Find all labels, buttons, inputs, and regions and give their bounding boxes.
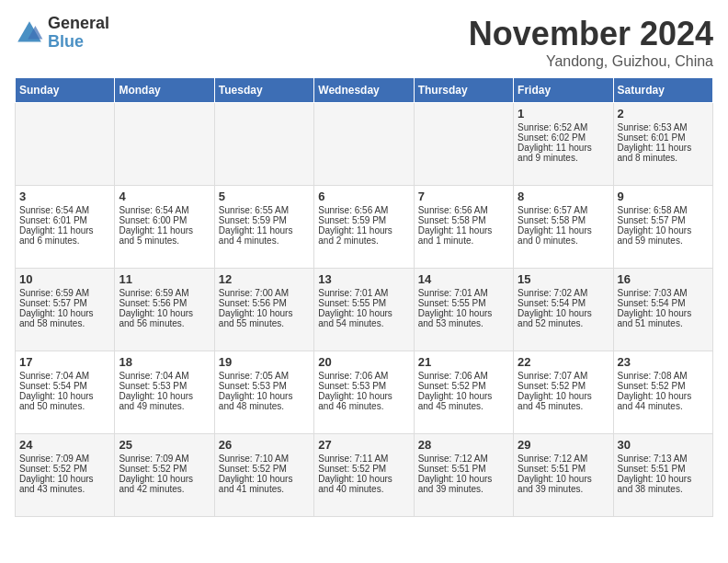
title-area: November 2024 Yandong, Guizhou, China: [469, 15, 713, 70]
cell-text: Sunset: 5:56 PM: [119, 298, 210, 308]
cell-text: Daylight: 10 hours and 49 minutes.: [119, 391, 210, 411]
cell-text: Daylight: 10 hours and 46 minutes.: [318, 391, 409, 411]
cell-text: Sunrise: 7:08 AM: [618, 371, 709, 381]
cell-text: Daylight: 10 hours and 39 minutes.: [518, 474, 609, 494]
calendar-cell: 14Sunrise: 7:01 AMSunset: 5:55 PMDayligh…: [414, 269, 513, 351]
week-row-1: 1Sunrise: 6:52 AMSunset: 6:02 PMDaylight…: [16, 103, 713, 186]
calendar-cell: 28Sunrise: 7:12 AMSunset: 5:51 PMDayligh…: [414, 434, 513, 517]
logo: General Blue: [15, 15, 109, 52]
cell-text: Sunrise: 6:59 AM: [19, 288, 110, 298]
day-number: 2: [618, 107, 709, 121]
cell-text: Daylight: 10 hours and 50 minutes.: [19, 391, 110, 411]
cell-text: Daylight: 10 hours and 52 minutes.: [518, 308, 609, 328]
cell-text: Daylight: 10 hours and 39 minutes.: [418, 474, 509, 494]
cell-text: Sunset: 5:57 PM: [618, 215, 709, 225]
cell-text: Daylight: 10 hours and 40 minutes.: [318, 474, 409, 494]
calendar-cell: 24Sunrise: 7:09 AMSunset: 5:52 PMDayligh…: [16, 434, 115, 517]
calendar-cell: 19Sunrise: 7:05 AMSunset: 5:53 PMDayligh…: [214, 351, 313, 434]
cell-text: Sunset: 5:53 PM: [219, 381, 310, 391]
calendar-cell: 9Sunrise: 6:58 AMSunset: 5:57 PMDaylight…: [613, 186, 712, 269]
week-row-5: 24Sunrise: 7:09 AMSunset: 5:52 PMDayligh…: [16, 434, 713, 517]
day-number: 14: [418, 272, 509, 286]
day-number: 28: [418, 438, 509, 452]
weekday-header-sunday: Sunday: [16, 78, 115, 103]
cell-text: Sunset: 5:54 PM: [518, 298, 609, 308]
cell-text: Daylight: 10 hours and 41 minutes.: [219, 474, 310, 494]
cell-text: Sunset: 6:01 PM: [618, 132, 709, 143]
day-number: 1: [518, 107, 609, 121]
cell-text: Daylight: 10 hours and 38 minutes.: [618, 474, 709, 494]
cell-text: Sunrise: 7:09 AM: [19, 454, 110, 464]
day-number: 7: [418, 190, 509, 203]
cell-text: Daylight: 11 hours and 9 minutes.: [518, 143, 609, 163]
cell-text: Sunset: 5:51 PM: [418, 464, 509, 474]
cell-text: Sunrise: 6:52 AM: [518, 122, 609, 132]
cell-text: Sunrise: 6:59 AM: [119, 288, 210, 298]
day-number: 5: [219, 190, 310, 203]
calendar-cell: 7Sunrise: 6:56 AMSunset: 5:58 PMDaylight…: [414, 186, 513, 269]
cell-text: Sunrise: 7:07 AM: [518, 371, 609, 381]
cell-text: Sunrise: 7:00 AM: [219, 288, 310, 298]
cell-text: Sunset: 5:52 PM: [19, 464, 110, 474]
calendar-table: SundayMondayTuesdayWednesdayThursdayFrid…: [15, 77, 713, 517]
day-number: 27: [318, 438, 409, 452]
logo-icon: [15, 18, 44, 48]
calendar-cell: 16Sunrise: 7:03 AMSunset: 5:54 PMDayligh…: [613, 269, 712, 351]
day-number: 21: [418, 355, 509, 369]
cell-text: Sunset: 5:54 PM: [19, 381, 110, 391]
cell-text: Sunset: 5:58 PM: [418, 215, 509, 225]
cell-text: Daylight: 10 hours and 58 minutes.: [19, 308, 110, 328]
calendar-cell: [16, 103, 115, 186]
cell-text: Sunset: 5:52 PM: [119, 464, 210, 474]
weekday-header-monday: Monday: [115, 78, 214, 103]
month-title: November 2024: [469, 15, 713, 53]
cell-text: Sunrise: 7:06 AM: [418, 371, 509, 381]
calendar-cell: 18Sunrise: 7:04 AMSunset: 5:53 PMDayligh…: [115, 351, 214, 434]
day-number: 30: [618, 438, 709, 452]
calendar-cell: 13Sunrise: 7:01 AMSunset: 5:55 PMDayligh…: [314, 269, 414, 351]
day-number: 23: [618, 355, 709, 369]
calendar-cell: 10Sunrise: 6:59 AMSunset: 5:57 PMDayligh…: [16, 269, 115, 351]
calendar-cell: 5Sunrise: 6:55 AMSunset: 5:59 PMDaylight…: [214, 186, 313, 269]
day-number: 6: [318, 190, 409, 203]
day-number: 4: [119, 190, 210, 203]
calendar-cell: 20Sunrise: 7:06 AMSunset: 5:53 PMDayligh…: [314, 351, 414, 434]
calendar-cell: 29Sunrise: 7:12 AMSunset: 5:51 PMDayligh…: [514, 434, 613, 517]
day-number: 12: [219, 272, 310, 286]
cell-text: Sunset: 5:59 PM: [318, 215, 409, 225]
cell-text: Sunrise: 7:12 AM: [418, 454, 509, 464]
cell-text: Daylight: 10 hours and 45 minutes.: [418, 391, 509, 411]
cell-text: Daylight: 10 hours and 56 minutes.: [119, 308, 210, 328]
calendar-cell: 8Sunrise: 6:57 AMSunset: 5:58 PMDaylight…: [514, 186, 613, 269]
cell-text: Sunset: 6:02 PM: [518, 132, 609, 143]
day-number: 19: [219, 355, 310, 369]
cell-text: Sunrise: 7:01 AM: [418, 288, 509, 298]
weekday-header-saturday: Saturday: [613, 78, 712, 103]
cell-text: Sunrise: 6:57 AM: [518, 205, 609, 215]
day-number: 20: [318, 355, 409, 369]
day-number: 29: [518, 438, 609, 452]
cell-text: Sunset: 5:53 PM: [318, 381, 409, 391]
cell-text: Sunset: 5:51 PM: [518, 464, 609, 474]
calendar-cell: [314, 103, 414, 186]
calendar-cell: 17Sunrise: 7:04 AMSunset: 5:54 PMDayligh…: [16, 351, 115, 434]
calendar-cell: 27Sunrise: 7:11 AMSunset: 5:52 PMDayligh…: [314, 434, 414, 517]
cell-text: Sunset: 5:53 PM: [119, 381, 210, 391]
calendar-cell: 26Sunrise: 7:10 AMSunset: 5:52 PMDayligh…: [214, 434, 313, 517]
cell-text: Sunset: 5:52 PM: [418, 381, 509, 391]
cell-text: Sunset: 5:55 PM: [418, 298, 509, 308]
cell-text: Daylight: 10 hours and 45 minutes.: [518, 391, 609, 411]
calendar-cell: 3Sunrise: 6:54 AMSunset: 6:01 PMDaylight…: [16, 186, 115, 269]
cell-text: Sunset: 5:52 PM: [618, 381, 709, 391]
cell-text: Sunset: 5:52 PM: [318, 464, 409, 474]
day-number: 13: [318, 272, 409, 286]
calendar-cell: 15Sunrise: 7:02 AMSunset: 5:54 PMDayligh…: [514, 269, 613, 351]
cell-text: Daylight: 10 hours and 51 minutes.: [618, 308, 709, 328]
weekday-header-tuesday: Tuesday: [214, 78, 313, 103]
cell-text: Daylight: 11 hours and 2 minutes.: [318, 225, 409, 246]
calendar-cell: [214, 103, 313, 186]
day-number: 9: [618, 190, 709, 203]
calendar-cell: 30Sunrise: 7:13 AMSunset: 5:51 PMDayligh…: [613, 434, 712, 517]
cell-text: Daylight: 11 hours and 0 minutes.: [518, 225, 609, 246]
day-number: 3: [19, 190, 110, 203]
